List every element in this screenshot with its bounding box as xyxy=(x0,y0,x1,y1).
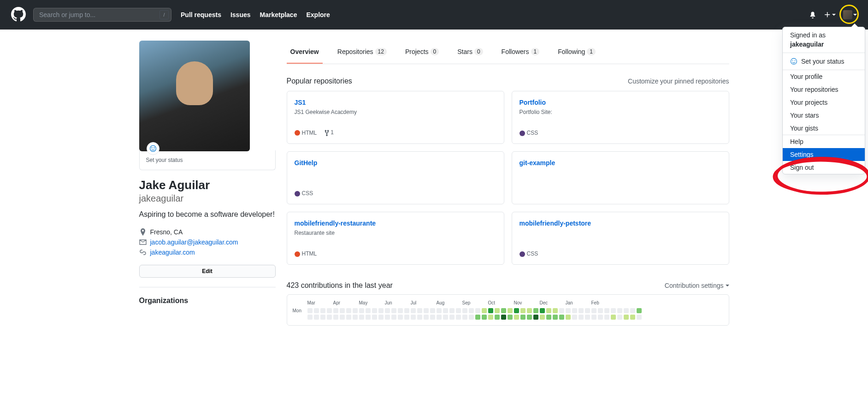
contribution-cell[interactable] xyxy=(514,308,519,313)
contribution-cell[interactable] xyxy=(527,308,532,313)
contribution-cell[interactable] xyxy=(424,308,429,313)
tab-followers[interactable]: Followers1 xyxy=(498,41,543,64)
contribution-cell[interactable] xyxy=(520,308,526,313)
edit-profile-button[interactable]: Edit xyxy=(139,265,276,278)
notifications-icon[interactable] xyxy=(809,11,816,18)
contribution-cell[interactable] xyxy=(398,315,403,320)
set-status-box[interactable]: Set your status xyxy=(139,150,276,170)
contribution-cell[interactable] xyxy=(514,315,519,320)
contribution-cell[interactable] xyxy=(598,315,603,320)
contribution-cell[interactable] xyxy=(462,308,467,313)
contribution-cell[interactable] xyxy=(391,315,396,320)
contribution-cell[interactable] xyxy=(398,308,403,313)
contribution-cell[interactable] xyxy=(591,315,596,320)
contribution-cell[interactable] xyxy=(488,308,493,313)
contribution-cell[interactable] xyxy=(611,315,616,320)
github-logo[interactable] xyxy=(11,7,26,23)
tab-following[interactable]: Following1 xyxy=(554,41,599,64)
contribution-cell[interactable] xyxy=(611,308,616,313)
contribution-cell[interactable] xyxy=(417,315,422,320)
contribution-cell[interactable] xyxy=(624,308,629,313)
contribution-cell[interactable] xyxy=(424,315,429,320)
contribution-cell[interactable] xyxy=(572,308,577,313)
menu-item-your-profile[interactable]: Your profile xyxy=(783,70,865,83)
contribution-cell[interactable] xyxy=(566,315,571,320)
contribution-cell[interactable] xyxy=(630,315,635,320)
contribution-cell[interactable] xyxy=(559,315,564,320)
contribution-cell[interactable] xyxy=(307,315,313,320)
tab-projects[interactable]: Projects0 xyxy=(402,41,443,64)
contribution-cell[interactable] xyxy=(378,308,384,313)
contribution-cell[interactable] xyxy=(353,315,358,320)
menu-item-your-stars[interactable]: Your stars xyxy=(783,109,865,122)
contribution-cell[interactable] xyxy=(340,308,345,313)
repo-link[interactable]: mobilefriendly-restaurante xyxy=(295,220,496,227)
contribution-cell[interactable] xyxy=(617,315,622,320)
contribution-cell[interactable] xyxy=(637,315,642,320)
nav-explore[interactable]: Explore xyxy=(306,11,330,18)
status-badge[interactable] xyxy=(147,142,159,155)
contribution-cell[interactable] xyxy=(469,315,474,320)
tab-stars[interactable]: Stars0 xyxy=(454,41,486,64)
profile-website-link[interactable]: jakeaguilar.com xyxy=(150,249,195,256)
contribution-cell[interactable] xyxy=(385,315,390,320)
contribution-cell[interactable] xyxy=(372,308,377,313)
repo-link[interactable]: git-example xyxy=(520,159,721,167)
menu-item-settings[interactable]: Settings xyxy=(783,148,865,161)
contribution-cell[interactable] xyxy=(320,315,325,320)
menu-item-your-projects[interactable]: Your projects xyxy=(783,96,865,109)
contribution-cell[interactable] xyxy=(333,315,338,320)
contribution-cell[interactable] xyxy=(566,308,571,313)
contribution-cell[interactable] xyxy=(617,308,622,313)
contribution-cell[interactable] xyxy=(630,308,635,313)
contribution-cell[interactable] xyxy=(411,315,416,320)
contribution-cell[interactable] xyxy=(340,315,345,320)
contribution-cell[interactable] xyxy=(591,308,596,313)
contribution-cell[interactable] xyxy=(359,308,364,313)
nav-issues[interactable]: Issues xyxy=(230,11,251,18)
signed-in-username[interactable]: jakeaguilar xyxy=(790,40,857,49)
contribution-cell[interactable] xyxy=(366,308,371,313)
contribution-cell[interactable] xyxy=(559,308,564,313)
contribution-cell[interactable] xyxy=(553,308,558,313)
contribution-cell[interactable] xyxy=(327,308,332,313)
contribution-cell[interactable] xyxy=(546,308,551,313)
tab-repositories[interactable]: Repositories12 xyxy=(334,41,390,64)
contribution-cell[interactable] xyxy=(572,315,577,320)
contribution-cell[interactable] xyxy=(437,308,442,313)
contribution-cell[interactable] xyxy=(449,315,455,320)
contribution-cell[interactable] xyxy=(508,308,513,313)
menu-item-sign-out[interactable]: Sign out xyxy=(783,161,865,174)
contribution-cell[interactable] xyxy=(417,308,422,313)
nav-pull-requests[interactable]: Pull requests xyxy=(181,11,221,18)
contribution-cell[interactable] xyxy=(346,315,351,320)
contribution-cell[interactable] xyxy=(488,315,493,320)
repo-link[interactable]: Portfolio xyxy=(520,99,721,106)
contribution-cell[interactable] xyxy=(314,315,319,320)
contribution-cell[interactable] xyxy=(482,315,487,320)
contribution-cell[interactable] xyxy=(482,308,487,313)
contribution-cell[interactable] xyxy=(533,308,538,313)
contribution-cell[interactable] xyxy=(411,308,416,313)
search-input[interactable] xyxy=(33,8,171,22)
contribution-cell[interactable] xyxy=(353,308,358,313)
contribution-cell[interactable] xyxy=(456,308,461,313)
user-menu-button[interactable] xyxy=(843,10,857,19)
set-status-menu-item[interactable]: Set your status xyxy=(783,53,865,70)
contribution-cell[interactable] xyxy=(346,308,351,313)
contribution-cell[interactable] xyxy=(469,308,474,313)
contribution-cell[interactable] xyxy=(307,308,313,313)
contribution-cell[interactable] xyxy=(501,315,506,320)
contribution-cell[interactable] xyxy=(359,315,364,320)
contribution-cell[interactable] xyxy=(579,308,584,313)
contribution-cell[interactable] xyxy=(604,315,609,320)
contribution-cell[interactable] xyxy=(314,308,319,313)
contribution-cell[interactable] xyxy=(443,315,448,320)
contribution-cell[interactable] xyxy=(404,315,409,320)
contribution-cell[interactable] xyxy=(598,308,603,313)
contribution-cell[interactable] xyxy=(333,308,338,313)
fork-count[interactable]: 1 xyxy=(324,129,334,136)
contribution-cell[interactable] xyxy=(540,308,545,313)
contribution-cell[interactable] xyxy=(430,315,435,320)
create-new-button[interactable] xyxy=(824,11,836,18)
